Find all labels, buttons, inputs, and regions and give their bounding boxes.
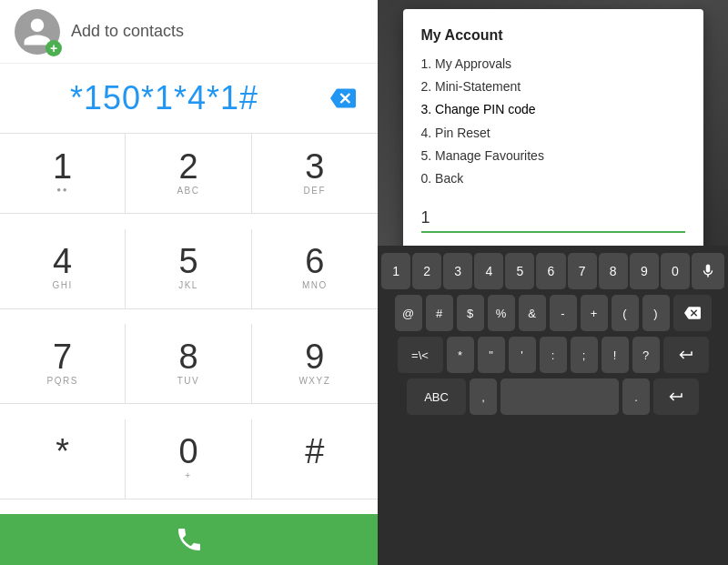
kb-exclaim[interactable]: ! <box>602 337 629 373</box>
keyboard-bottom-row: ABC , . <box>381 378 724 415</box>
key-7[interactable]: 7 PQRS <box>0 324 126 404</box>
keyboard-symbol-row2: =\< * " ' : ; ! ? <box>381 337 724 373</box>
kb-period[interactable]: . <box>622 378 650 415</box>
kb-key-4[interactable]: 4 <box>474 253 503 289</box>
key-hash[interactable]: # <box>252 419 378 499</box>
kb-colon[interactable]: : <box>540 337 567 373</box>
menu-item-5: 5. Manage Favourites <box>421 145 685 167</box>
call-icon <box>175 525 204 554</box>
kb-key-9[interactable]: 9 <box>630 253 659 289</box>
contact-header: + Add to contacts <box>0 0 378 64</box>
menu-item-4: 4. Pin Reset <box>421 122 685 145</box>
backspace-icon <box>330 86 356 111</box>
kb-dquote[interactable]: " <box>478 337 505 373</box>
kb-minus[interactable]: - <box>550 295 577 331</box>
add-to-contacts-label[interactable]: Add to contacts <box>71 22 184 41</box>
menu-item-3: 3. Change PIN code <box>421 98 685 121</box>
kb-dollar[interactable]: $ <box>457 295 484 331</box>
kb-key-7[interactable]: 7 <box>568 253 597 289</box>
kb-key-3[interactable]: 3 <box>443 253 472 289</box>
kb-semicolon[interactable]: ; <box>571 337 598 373</box>
kb-plus[interactable]: + <box>581 295 608 331</box>
kb-enter[interactable] <box>663 337 709 373</box>
phone-background: My Account 1. My Approvals 2. Mini-State… <box>378 0 728 246</box>
kb-question[interactable]: ? <box>632 337 660 373</box>
kb-ampersand[interactable]: & <box>519 295 546 331</box>
dialog-body: My Account 1. My Approvals 2. Mini-State… <box>403 9 703 199</box>
kb-comma[interactable]: , <box>470 378 497 415</box>
kb-key-0[interactable]: 0 <box>661 253 690 289</box>
kb-backspace[interactable] <box>673 295 712 331</box>
kb-mic[interactable] <box>692 253 724 289</box>
kb-close-paren[interactable]: ) <box>642 295 670 331</box>
kb-key-6[interactable]: 6 <box>536 253 565 289</box>
right-panel: My Account 1. My Approvals 2. Mini-State… <box>378 0 728 565</box>
keyboard-symbol-row1: @ # $ % & - + ( ) <box>381 295 724 331</box>
backspace-button[interactable] <box>323 78 363 118</box>
mic-icon <box>700 263 716 279</box>
key-6[interactable]: 6 MNO <box>252 229 378 309</box>
key-4[interactable]: 4 GHI <box>0 229 126 309</box>
kb-abc[interactable]: ABC <box>407 378 466 415</box>
kb-percent[interactable]: % <box>488 295 515 331</box>
keyboard-area: 1 2 3 4 5 6 7 8 9 0 @ # $ % & - + ( <box>378 246 728 565</box>
key-3[interactable]: 3 DEF <box>252 134 378 214</box>
dialog-overlay: My Account 1. My Approvals 2. Mini-State… <box>378 0 728 246</box>
enter-icon-2 <box>668 388 684 405</box>
dialog-input-area <box>403 199 703 246</box>
key-2[interactable]: 2 ABC <box>126 134 251 214</box>
key-8[interactable]: 8 TUV <box>126 324 251 404</box>
backspace-icon <box>684 305 701 321</box>
dial-number: *150*1*4*1# <box>15 79 314 117</box>
key-5[interactable]: 5 JKL <box>126 229 251 309</box>
dial-display: *150*1*4*1# <box>0 64 378 133</box>
dialer-panel: + Add to contacts *150*1*4*1# 1 ●● 2 ABC… <box>0 0 378 565</box>
kb-squote[interactable]: ' <box>509 337 536 373</box>
ussd-dialog: My Account 1. My Approvals 2. Mini-State… <box>403 9 703 246</box>
kb-key-5[interactable]: 5 <box>505 253 534 289</box>
key-0[interactable]: 0 + <box>126 419 251 499</box>
enter-icon <box>678 347 694 363</box>
kb-enter2[interactable] <box>653 378 699 415</box>
kb-key-2[interactable]: 2 <box>412 253 441 289</box>
kb-asterisk[interactable]: * <box>447 337 474 373</box>
kb-open-paren[interactable]: ( <box>612 295 639 331</box>
menu-item-2: 2. Mini-Statement <box>421 76 685 98</box>
keyboard-num-row: 1 2 3 4 5 6 7 8 9 0 <box>381 253 724 289</box>
call-bar[interactable] <box>0 514 378 565</box>
kb-key-8[interactable]: 8 <box>599 253 628 289</box>
menu-item-0: 0. Back <box>421 167 685 190</box>
kb-at[interactable]: @ <box>395 295 422 331</box>
key-9[interactable]: 9 WXYZ <box>252 324 378 404</box>
dialog-title: My Account <box>421 27 685 44</box>
keypad: 1 ●● 2 ABC 3 DEF 4 GHI 5 JKL 6 MNO 7 PQR… <box>0 133 378 514</box>
kb-key-1[interactable]: 1 <box>381 253 410 289</box>
avatar-container: + <box>15 9 60 55</box>
menu-item-1: 1. My Approvals <box>421 53 685 76</box>
kb-space[interactable] <box>500 378 619 415</box>
kb-hash[interactable]: # <box>426 295 453 331</box>
add-contact-badge: + <box>46 40 62 56</box>
ussd-input[interactable] <box>421 205 685 233</box>
kb-equals-slash[interactable]: =\< <box>398 337 443 373</box>
key-star[interactable]: * <box>0 419 126 499</box>
key-1[interactable]: 1 ●● <box>0 134 126 214</box>
